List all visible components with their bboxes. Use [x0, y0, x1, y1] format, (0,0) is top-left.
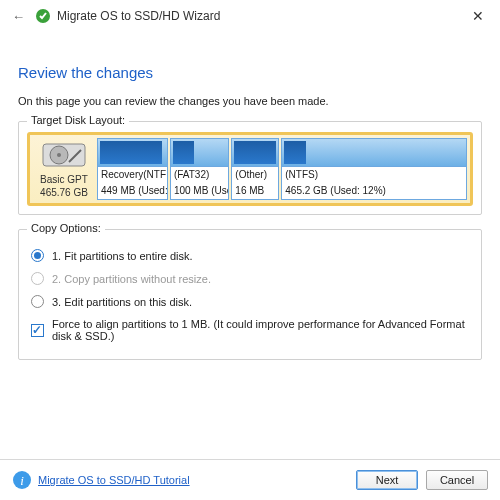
partition-size-label: 465.2 GB (Used: 12%)	[282, 183, 466, 199]
footer-bar: i Migrate OS to SSD/HD Tutorial Next Can…	[0, 459, 500, 500]
page-heading: Review the changes	[18, 64, 482, 81]
checkbox-icon	[31, 324, 44, 337]
intro-text: On this page you can review the changes …	[18, 95, 482, 107]
partition-fs-label: (NTFS)	[282, 167, 466, 183]
svg-point-3	[57, 153, 61, 157]
partition-cell[interactable]: (NTFS) 465.2 GB (Used: 12%)	[281, 138, 467, 200]
back-arrow-icon[interactable]: ←	[8, 7, 29, 26]
copy-option-radio[interactable]: 1. Fit partitions to entire disk.	[29, 244, 471, 267]
align-partitions-checkbox[interactable]: Force to align partitions to 1 MB. (It c…	[29, 313, 471, 347]
window-title: Migrate OS to SSD/HD Wizard	[57, 9, 220, 23]
partition-size-label: 100 MB (Used:	[171, 183, 228, 199]
target-disk-layout-group: Target Disk Layout: Basic GPT 465.76 GB …	[18, 121, 482, 215]
partition-cell[interactable]: (FAT32) 100 MB (Used:	[170, 138, 229, 200]
partition-size-label: 16 MB	[232, 183, 278, 199]
titlebar: ← Migrate OS to SSD/HD Wizard ✕	[0, 0, 500, 30]
partition-fs-label: (Other)	[232, 167, 278, 183]
radio-label: 2. Copy partitions without resize.	[52, 273, 211, 285]
wizard-icon	[35, 8, 51, 24]
radio-icon	[31, 272, 44, 285]
tutorial-link[interactable]: Migrate OS to SSD/HD Tutorial	[38, 474, 190, 486]
radio-label: 1. Fit partitions to entire disk.	[52, 250, 193, 262]
disk-size: 465.76 GB	[40, 187, 88, 200]
radio-icon	[31, 249, 44, 262]
disk-layout-strip[interactable]: Basic GPT 465.76 GB Recovery(NTF 449 MB …	[27, 132, 473, 206]
options-legend: Copy Options:	[27, 222, 105, 234]
next-button[interactable]: Next	[356, 470, 418, 490]
hard-drive-icon	[39, 138, 89, 172]
partition-usage-bar	[282, 139, 466, 167]
partition-cell[interactable]: (Other) 16 MB	[231, 138, 279, 200]
checkbox-label: Force to align partitions to 1 MB. (It c…	[52, 318, 469, 342]
copy-options-group: Copy Options: 1. Fit partitions to entir…	[18, 229, 482, 360]
help-icon[interactable]: i	[12, 470, 32, 490]
partition-size-label: 449 MB (Used:	[98, 183, 167, 199]
disk-drive-cell[interactable]: Basic GPT 465.76 GB	[33, 138, 95, 200]
close-icon[interactable]: ✕	[464, 6, 492, 26]
partition-usage-bar	[171, 139, 228, 167]
partition-fs-label: (FAT32)	[171, 167, 228, 183]
copy-option-radio: 2. Copy partitions without resize.	[29, 267, 471, 290]
partition-fs-label: Recovery(NTF	[98, 167, 167, 183]
partition-usage-bar	[232, 139, 278, 167]
radio-icon	[31, 295, 44, 308]
partition-usage-bar	[98, 139, 167, 167]
svg-text:i: i	[20, 473, 24, 488]
partition-cell[interactable]: Recovery(NTF 449 MB (Used:	[97, 138, 168, 200]
layout-legend: Target Disk Layout:	[27, 114, 129, 126]
copy-option-radio[interactable]: 3. Edit partitions on this disk.	[29, 290, 471, 313]
cancel-button[interactable]: Cancel	[426, 470, 488, 490]
disk-name: Basic GPT	[40, 174, 88, 187]
radio-label: 3. Edit partitions on this disk.	[52, 296, 192, 308]
